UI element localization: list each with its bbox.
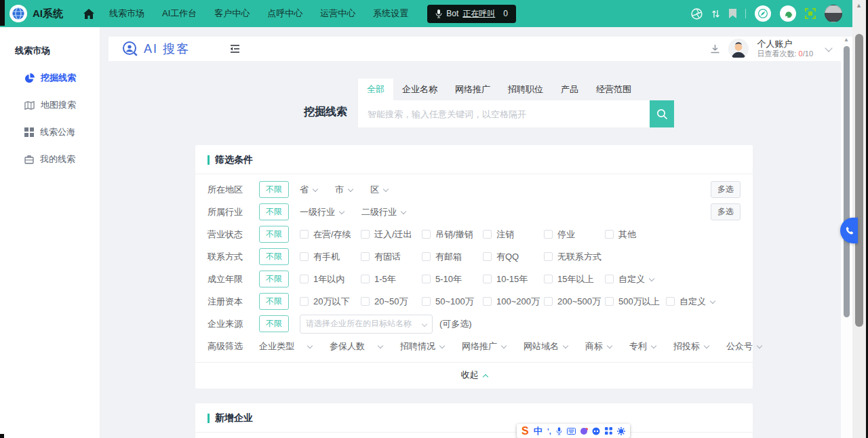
unlimited-chip[interactable]: 不限 — [259, 181, 289, 198]
web-promo-dropdown[interactable]: 网络推广 — [462, 340, 506, 353]
nav-lead-market[interactable]: 线索市场 — [109, 7, 144, 20]
checkbox[interactable] — [422, 275, 431, 283]
ime-keyboard-icon[interactable] — [567, 428, 576, 435]
filter-checkbox-option[interactable]: 停业 — [544, 228, 605, 241]
search-button[interactable] — [650, 100, 674, 127]
checkbox[interactable] — [483, 230, 492, 239]
account-avatar[interactable] — [728, 39, 749, 59]
checkbox[interactable] — [300, 252, 309, 261]
filter-checkbox-option[interactable]: 在营/存续 — [300, 228, 361, 241]
filter-checkbox-option[interactable]: 1-5年 — [361, 273, 422, 285]
nav-call-center[interactable]: 点呼中心 — [267, 7, 302, 20]
checkbox[interactable] — [300, 297, 309, 306]
unlimited-chip[interactable]: 不限 — [259, 248, 289, 265]
ime-mic-icon[interactable] — [556, 427, 562, 435]
checkbox[interactable] — [300, 230, 309, 239]
checkbox[interactable] — [300, 275, 309, 283]
multi-select-button[interactable]: 多选 — [711, 203, 741, 220]
up-down-arrows-icon[interactable] — [711, 9, 720, 19]
multi-select-button[interactable]: 多选 — [711, 181, 741, 198]
checkbox[interactable] — [544, 297, 553, 306]
bookmark-icon[interactable] — [729, 9, 736, 18]
checkbox[interactable] — [422, 297, 431, 306]
search-tab[interactable]: 招聘职位 — [499, 79, 552, 100]
checkbox[interactable] — [422, 252, 431, 261]
filter-checkbox-option[interactable]: 有QQ — [483, 251, 544, 263]
custom-range-option[interactable]: 自定义 — [605, 273, 666, 285]
checkbox[interactable] — [544, 230, 553, 239]
ime-grid-icon[interactable] — [605, 427, 612, 435]
unlimited-chip[interactable]: 不限 — [259, 203, 289, 220]
search-tab[interactable]: 产品 — [552, 79, 587, 100]
filter-checkbox-option[interactable]: 迁入/迁出 — [361, 228, 422, 241]
company-source-select[interactable]: 请选择企业所在的目标站名称 — [300, 315, 433, 334]
wechat-account-dropdown[interactable]: 公众号 — [726, 340, 762, 353]
city-dropdown[interactable]: 市 — [335, 184, 353, 196]
filter-checkbox-option[interactable]: 吊销/撤销 — [422, 228, 483, 241]
checkbox[interactable] — [483, 275, 492, 283]
checkbox[interactable] — [361, 297, 370, 306]
page-scrollbar-thumb[interactable] — [844, 46, 850, 317]
filter-checkbox-option[interactable]: 5-10年 — [422, 273, 483, 285]
checkbox[interactable] — [605, 230, 614, 239]
filter-checkbox-option[interactable]: 50~100万 — [422, 296, 483, 308]
ime-settings-icon[interactable] — [617, 427, 625, 435]
collapse-filters-button[interactable]: 收起 — [195, 362, 753, 389]
menu-collapse-icon[interactable] — [229, 44, 241, 54]
filter-checkbox-option[interactable]: 有邮箱 — [422, 251, 483, 263]
elephant-extension-icon[interactable] — [780, 5, 796, 22]
industry-level2-dropdown[interactable]: 二级行业 — [361, 206, 406, 218]
search-input[interactable] — [358, 100, 650, 127]
nav-customer-center[interactable]: 客户中心 — [214, 7, 250, 20]
checkbox[interactable] — [361, 275, 370, 283]
filter-checkbox-option[interactable]: 20~50万 — [361, 296, 422, 308]
patent-dropdown[interactable]: 专利 — [629, 340, 656, 353]
bidding-dropdown[interactable]: 招投标 — [673, 340, 709, 353]
bot-calling-button[interactable]: Bot 正在呼叫 0 — [427, 5, 516, 23]
fullscreen-extension-icon[interactable] — [805, 8, 816, 19]
industry-level1-dropdown[interactable]: 一级行业 — [300, 206, 344, 218]
filter-checkbox-option[interactable]: 有固话 — [361, 251, 422, 263]
nav-operation-center[interactable]: 运营中心 — [320, 7, 355, 20]
filter-checkbox-option[interactable]: 1年以内 — [300, 273, 361, 285]
ime-robot-icon[interactable] — [592, 427, 600, 435]
unlimited-chip[interactable]: 不限 — [259, 315, 289, 332]
chevron-down-icon[interactable] — [825, 44, 832, 52]
checkbox[interactable] — [544, 275, 553, 283]
checkbox[interactable] — [483, 297, 492, 306]
ime-language-mode[interactable]: 中 — [534, 425, 542, 437]
compass-extension-icon[interactable] — [755, 5, 771, 22]
page-scrollbar-up-arrow[interactable]: ▲ — [844, 37, 850, 43]
sidebar-item-my-leads[interactable]: 我的线索 — [0, 149, 100, 170]
nav-ai-workbench[interactable]: AI工作台 — [162, 7, 197, 20]
district-dropdown[interactable]: 区 — [370, 184, 388, 196]
unlimited-chip[interactable]: 不限 — [259, 293, 289, 310]
filter-checkbox-option[interactable]: 15年以上 — [544, 273, 605, 285]
sidebar-item-mine-leads[interactable]: 挖掘线索 — [0, 68, 100, 88]
checkbox[interactable] — [666, 297, 675, 306]
filter-checkbox-option[interactable]: 10-15年 — [483, 273, 544, 285]
search-tab[interactable]: 网络推广 — [446, 79, 499, 100]
ime-punctuation-toggle[interactable]: ’, — [547, 427, 551, 435]
checkbox[interactable] — [544, 252, 553, 261]
search-tab[interactable]: 企业名称 — [393, 79, 446, 100]
checkbox[interactable] — [361, 230, 370, 239]
filter-checkbox-option[interactable]: 500万以上 — [605, 296, 666, 308]
company-type-dropdown[interactable]: 企业类型 — [259, 340, 312, 353]
filter-checkbox-option[interactable]: 注销 — [483, 228, 544, 241]
filter-checkbox-option[interactable]: 无联系方式 — [544, 251, 605, 263]
filter-checkbox-option[interactable]: 100~200万 — [483, 296, 544, 308]
filter-checkbox-option[interactable]: 200~500万 — [544, 296, 605, 308]
sogou-logo[interactable]: S — [521, 426, 529, 437]
custom-range-option[interactable]: 自定义 — [666, 296, 727, 308]
checkbox[interactable] — [605, 297, 614, 306]
trademark-dropdown[interactable]: 商标 — [585, 340, 612, 353]
filter-checkbox-option[interactable]: 20万以下 — [300, 296, 361, 308]
filter-checkbox-option[interactable]: 有手机 — [300, 251, 361, 263]
search-tab[interactable]: 全部 — [358, 79, 393, 100]
domain-dropdown[interactable]: 网站域名 — [524, 340, 568, 353]
download-icon[interactable] — [710, 44, 720, 54]
ime-skin-icon[interactable] — [580, 428, 587, 435]
unlimited-chip[interactable]: 不限 — [259, 226, 289, 243]
nav-system-settings[interactable]: 系统设置 — [373, 7, 408, 20]
